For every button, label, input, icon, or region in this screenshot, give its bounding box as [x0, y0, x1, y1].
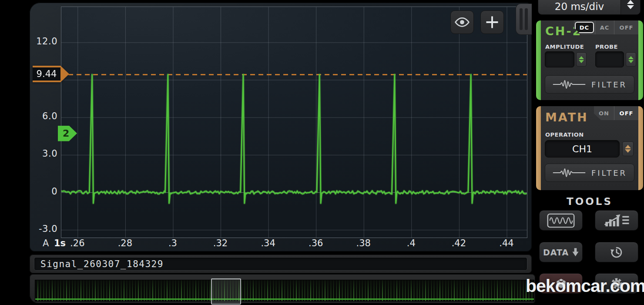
filter-waveform-icon	[552, 168, 586, 178]
plus-icon	[484, 14, 500, 30]
stepper-down-icon	[625, 149, 631, 153]
plot-area[interactable]	[61, 7, 527, 238]
x-axis-label: .38	[348, 238, 379, 248]
stepper-up-icon	[627, 0, 634, 4]
waveform-minimap	[30, 274, 535, 303]
minimap-track[interactable]	[35, 280, 534, 302]
watermark: bekomcar.com	[526, 276, 644, 296]
filter-waveform-icon	[552, 79, 586, 90]
drawer-handle[interactable]	[516, 3, 532, 35]
tools-title: TOOLS	[536, 196, 643, 207]
operation-label: OPERATION	[545, 131, 584, 138]
math-filter-button[interactable]: FILTER	[545, 164, 634, 182]
math-title: MATH	[545, 111, 588, 124]
ch2-accent-edge	[638, 20, 643, 100]
x-axis-label: .26	[62, 238, 93, 248]
minimap-baseline	[35, 298, 534, 300]
x-axis-label: .44	[491, 238, 522, 248]
amplitude-input[interactable]	[545, 51, 574, 67]
x-axis-label: .3	[158, 238, 188, 248]
channel2-marker-label: 2	[63, 128, 69, 139]
ch2-coupling-off-tab[interactable]: OFF	[614, 20, 638, 34]
math-panel: MATH ON OFF OPERATION CH1 FILTER	[536, 106, 643, 190]
y-axis-label: 3.0	[31, 148, 57, 159]
stepper-down-icon	[627, 5, 634, 9]
probe-label: PROBE	[595, 44, 618, 50]
x-axis-label: .32	[205, 238, 236, 248]
y-axis-label: 12.0	[31, 36, 57, 47]
trigger-level-marker[interactable]: 9.44	[33, 66, 69, 82]
y-axis-label: -3.0	[31, 224, 57, 234]
probe-stepper[interactable]	[626, 52, 636, 67]
timebase-stepper[interactable]	[621, 0, 640, 14]
y-axis-label: 0	[31, 186, 57, 197]
math-accent-edge	[638, 106, 643, 190]
waveform-plot	[61, 7, 527, 238]
measurements-icon	[603, 213, 630, 228]
signal-name-bar: Signal_260307_184329	[30, 255, 532, 273]
handle-groove	[525, 8, 528, 30]
stepper-down-icon	[579, 60, 584, 63]
timebase-value: 20 ms/div	[538, 0, 621, 14]
tool-data-button[interactable]: DATA	[539, 242, 583, 262]
tool-measure-button[interactable]	[595, 210, 638, 231]
trigger-arrow-icon	[60, 66, 69, 82]
stepper-up-icon	[625, 145, 631, 148]
math-toggle-tabs: ON OFF	[594, 106, 638, 120]
y-axis-label: 6.0	[31, 111, 57, 121]
ch2-accent-edge	[536, 20, 541, 100]
ch2-panel: CH-2 DC AC OFF AMPLITUDE PROBE FILTER	[536, 20, 643, 100]
probe-input[interactable]	[595, 51, 624, 67]
history-icon	[609, 245, 624, 260]
math-accent-edge	[536, 106, 541, 190]
stepper-down-icon	[628, 60, 634, 63]
ch2-coupling-tabs: DC AC OFF	[574, 20, 638, 34]
stepper-up-icon	[579, 56, 584, 59]
trigger-value-label: 9.44	[33, 66, 60, 82]
amplitude-stepper[interactable]	[576, 52, 587, 67]
x-axis-label: .28	[110, 238, 140, 248]
x-axis-label: .4	[396, 238, 426, 248]
operation-value: CH1	[572, 144, 592, 154]
math-filter-label: FILTER	[591, 168, 627, 178]
signal-name-text: Signal_260307_184329	[40, 259, 164, 269]
ch2-filter-button[interactable]: FILTER	[545, 75, 634, 94]
tool-history-button[interactable]	[595, 242, 638, 262]
signal-name-field[interactable]: Signal_260307_184329	[34, 257, 527, 271]
stepper-up-icon	[628, 56, 634, 59]
signal-waveform-icon	[547, 213, 575, 228]
x-axis-label: .42	[443, 238, 474, 248]
amplitude-label: AMPLITUDE	[545, 44, 584, 50]
x-axis-label: .34	[253, 238, 283, 248]
data-download-icon	[572, 248, 579, 257]
timebase-select[interactable]: 20 ms/div	[538, 0, 641, 15]
eye-icon	[454, 17, 470, 28]
operation-select[interactable]: CH1	[545, 140, 620, 158]
x-axis-marker-a: A	[43, 238, 49, 248]
ch2-filter-label: FILTER	[591, 80, 627, 89]
ch2-coupling-ac-tab[interactable]: AC	[595, 20, 614, 34]
visibility-button[interactable]	[450, 10, 474, 34]
data-button-label: DATA	[543, 248, 569, 257]
x-axis-label: .36	[301, 238, 331, 248]
scope-display-panel: 9.44 2 A 1s 12.06.03.00-3.0.26.28.3.32.3…	[30, 3, 532, 251]
tool-waveform-button[interactable]	[539, 210, 583, 231]
minimap-selection-window[interactable]	[211, 278, 241, 305]
operation-stepper[interactable]	[622, 141, 634, 156]
handle-groove	[520, 8, 523, 30]
math-off-tab[interactable]: OFF	[614, 106, 638, 120]
add-channel-button[interactable]	[480, 10, 504, 34]
